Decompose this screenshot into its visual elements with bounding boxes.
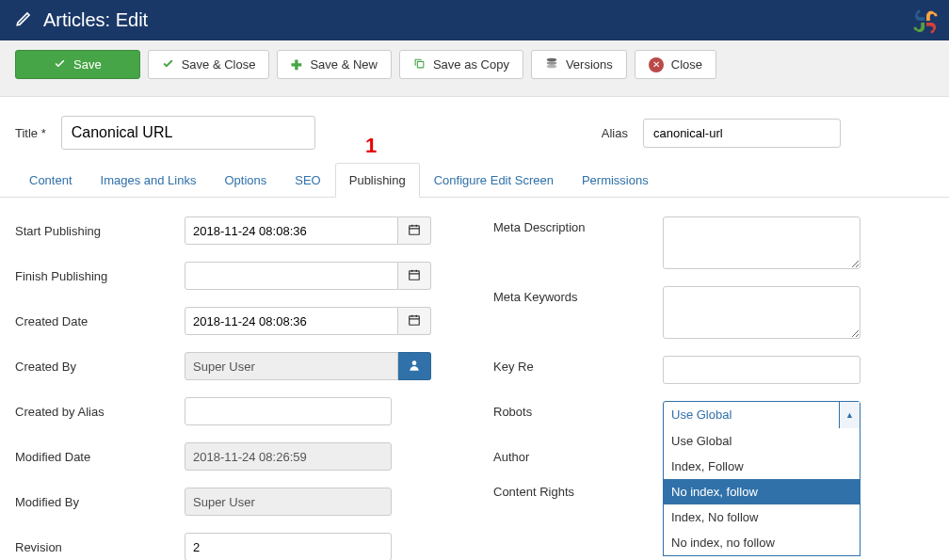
apply-icon (54, 57, 66, 72)
tab-options[interactable]: Options (210, 163, 281, 198)
user-icon (408, 359, 421, 375)
save-new-label: Save & New (310, 57, 378, 72)
alias-label: Alias (602, 126, 628, 140)
finish-publishing-calendar-button[interactable] (398, 262, 431, 290)
robots-dropdown: Use Global Index, Follow No index, follo… (663, 428, 861, 556)
created-date-input[interactable] (185, 307, 398, 335)
tab-images-links[interactable]: Images and Links (87, 163, 211, 198)
start-publishing-label: Start Publishing (15, 224, 185, 238)
created-by-alias-label: Created by Alias (15, 405, 185, 419)
meta-keywords-label: Meta Keywords (493, 286, 663, 304)
svg-rect-0 (417, 61, 424, 68)
save-copy-label: Save as Copy (433, 57, 509, 72)
toolbar: Save Save & Close ✚ Save & New Save as C… (0, 40, 949, 97)
robots-label: Robots (493, 401, 663, 419)
title-label: Title * (15, 126, 46, 140)
created-by-input (185, 352, 398, 380)
title-alias-row: Title * Alias (0, 97, 949, 163)
tabs: Content Images and Links Options SEO Pub… (0, 163, 949, 198)
robots-option-index-nofollow[interactable]: Index, No follow (664, 504, 860, 530)
versions-label: Versions (566, 57, 613, 72)
publishing-panel: Start Publishing Finish Publishing Creat… (0, 198, 949, 560)
versions-button[interactable]: Versions (531, 50, 627, 79)
header-bar: Articles: Edit (0, 0, 949, 40)
page-title: Articles: Edit (43, 9, 148, 31)
plus-icon: ✚ (291, 57, 302, 72)
pencil-icon (15, 10, 32, 30)
save-close-label: Save & Close (182, 57, 256, 72)
save-new-button[interactable]: ✚ Save & New (277, 50, 392, 79)
tab-configure[interactable]: Configure Edit Screen (420, 163, 568, 198)
calendar-icon (408, 268, 421, 284)
save-label: Save (73, 57, 102, 72)
robots-option-noindex-follow[interactable]: No index, follow (664, 479, 860, 504)
close-label: Close (671, 57, 702, 72)
svg-rect-6 (410, 315, 420, 324)
svg-point-3 (547, 65, 557, 69)
robots-option-noindex-nofollow[interactable]: No index, no follow (664, 530, 860, 555)
created-by-label: Created By (15, 360, 185, 374)
robots-select[interactable]: Use Global ▲ Use Global Index, Follow No… (663, 401, 861, 429)
tab-seo[interactable]: SEO (281, 163, 334, 198)
finish-publishing-input[interactable] (185, 262, 398, 290)
robots-option-index-follow[interactable]: Index, Follow (664, 454, 860, 479)
modified-date-input (185, 442, 392, 471)
svg-point-1 (547, 58, 557, 62)
close-icon: ✕ (649, 57, 664, 72)
calendar-icon (408, 223, 421, 239)
close-button[interactable]: ✕ Close (635, 50, 716, 79)
key-reference-label: Key Re (493, 356, 663, 374)
robots-selected: Use Global (664, 402, 839, 428)
content-rights-label: Content Rights (493, 481, 663, 499)
author-label: Author (493, 446, 663, 464)
copy-icon (413, 57, 426, 72)
alias-input[interactable] (643, 119, 841, 148)
created-by-alias-input[interactable] (185, 397, 392, 425)
revision-label: Revision (15, 540, 185, 554)
start-publishing-input[interactable] (185, 216, 398, 245)
chevron-up-icon: ▲ (839, 402, 860, 428)
modified-by-input (185, 488, 392, 516)
stack-icon (545, 56, 558, 72)
tab-content[interactable]: Content (15, 163, 87, 198)
modified-date-label: Modified Date (15, 450, 185, 464)
start-publishing-calendar-button[interactable] (398, 216, 431, 245)
check-icon (162, 57, 174, 72)
svg-rect-4 (410, 225, 420, 233)
created-by-user-button[interactable] (398, 352, 431, 380)
title-input[interactable] (61, 116, 315, 150)
joomla-logo-icon (909, 6, 941, 40)
save-copy-button[interactable]: Save as Copy (399, 50, 523, 79)
finish-publishing-label: Finish Publishing (15, 269, 185, 283)
tab-publishing[interactable]: Publishing (335, 163, 420, 198)
svg-rect-5 (410, 270, 420, 279)
save-button[interactable]: Save (15, 50, 140, 79)
meta-description-input[interactable] (663, 216, 861, 269)
svg-point-2 (547, 61, 557, 65)
meta-keywords-input[interactable] (663, 286, 861, 339)
created-date-label: Created Date (15, 314, 185, 328)
svg-point-7 (412, 360, 417, 365)
meta-description-label: Meta Description (493, 216, 663, 234)
calendar-icon (408, 313, 421, 329)
modified-by-label: Modified By (15, 495, 185, 509)
tab-permissions[interactable]: Permissions (568, 163, 663, 198)
save-close-button[interactable]: Save & Close (148, 50, 270, 79)
robots-option-use-global[interactable]: Use Global (664, 428, 860, 454)
key-reference-input[interactable] (663, 356, 861, 384)
revision-input[interactable] (185, 533, 392, 560)
created-date-calendar-button[interactable] (398, 307, 431, 335)
